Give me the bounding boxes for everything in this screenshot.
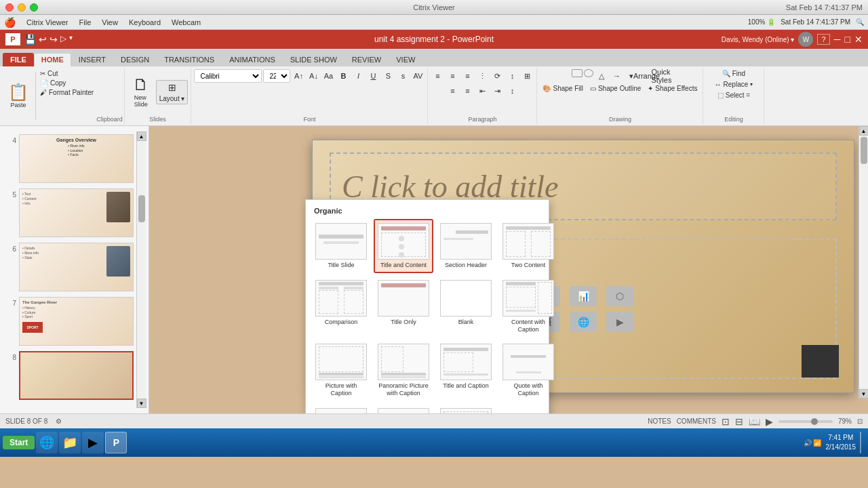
shape-fill-btn[interactable]: 🎨Shape Fill [540,84,585,93]
tab-file[interactable]: FILE [3,53,34,66]
layout-section-header[interactable]: Section Header [436,219,496,273]
font-size-select[interactable]: 22 [263,69,290,83]
shape-effects-btn[interactable]: ✦Shape Effects [645,84,700,93]
tab-design[interactable]: DESIGN [113,53,157,66]
replace-button[interactable]: ↔Replace ▾ [712,80,756,89]
char-spacing-btn[interactable]: AV [411,69,425,83]
slide-scroll-down[interactable]: ▼ [859,389,869,399]
insert-video-icon[interactable]: ▶ [606,312,633,332]
slides-scrollbar[interactable]: ▲ ▼ [136,131,146,408]
layout-two-content[interactable]: Two Content [498,219,558,273]
tab-slideshow[interactable]: SLIDE SHOW [283,53,344,66]
taskbar-powerpoint-icon[interactable]: P [105,432,127,453]
layout-title-content[interactable]: Title and Content [374,219,433,273]
italic-btn[interactable]: I [351,69,365,83]
bullet-btn[interactable]: ≡ [446,84,459,98]
start-button[interactable]: Start [3,436,35,449]
tab-review[interactable]: REVIEW [344,53,389,66]
slide-preview-6[interactable]: • Details• More info• Stats [19,243,134,291]
font-increase-btn[interactable]: A↑ [292,69,305,83]
view-slide-sorter[interactable]: ⊟ [735,416,743,427]
tab-view[interactable]: VIEW [389,53,422,66]
layout-picture-caption[interactable]: Picture with Caption [311,340,371,401]
slide-thumb-7[interactable]: 7 The Ganges River • History• Culture• S… [5,297,134,346]
underline-btn[interactable]: U [366,69,380,83]
shape-oval[interactable] [584,69,593,77]
layout-name-card[interactable]: Name Card [311,404,371,413]
tab-transitions[interactable]: TRANSITIONS [157,53,222,66]
align-text-btn[interactable]: ↕ [505,69,519,83]
numbering-btn[interactable]: ≡ [460,84,474,98]
layout-quote-name[interactable]: Quote Name Card [374,404,433,413]
layout-title-caption[interactable]: Title and Caption [436,340,496,401]
customise-qa-btn[interactable]: ▾ [69,34,73,45]
tab-home[interactable]: HOME [34,53,71,66]
comments-btn[interactable]: COMMENTS [677,418,716,425]
close-button[interactable] [5,3,14,12]
slide-preview-5[interactable]: • Text• Content• Info [19,188,134,237]
shape-outline-btn[interactable]: ▭Shape Outline [587,84,644,93]
slide-preview-4[interactable]: Ganges Overview • River info• Location• … [19,134,134,183]
view-normal[interactable]: ⊡ [722,416,730,427]
slide-preview-8[interactable] [19,351,134,400]
layout-content-caption[interactable]: Content with Caption [498,276,558,338]
citrix-viewer-menu[interactable]: Citrix Viewer [26,18,68,26]
window-restore-btn[interactable]: □ [845,34,850,45]
citrix-view-menu[interactable]: View [102,18,118,26]
avatar-btn[interactable]: W [798,32,813,47]
select-button[interactable]: ⬚Select = [715,91,753,100]
taskbar-ie-icon[interactable]: 🌐 [36,432,58,453]
insert-chart-icon[interactable]: 📊 [570,286,597,306]
insert-online-picture-icon[interactable]: 🌐 [570,312,597,332]
shadow-btn[interactable]: s [396,69,410,83]
slide-thumb-4[interactable]: 4 Ganges Overview • River info• Location… [5,134,134,183]
shape-triangle[interactable]: △ [595,69,608,83]
tab-insert[interactable]: INSERT [71,53,113,66]
ribbon-minimize-btn[interactable]: ─ [834,34,841,45]
cut-button[interactable]: ✂Cut [37,69,96,78]
layout-title-only[interactable]: Title Only [374,276,433,338]
citrix-file-menu[interactable]: File [79,18,92,26]
fit-slide-btn[interactable]: ⊡ [857,418,863,425]
taskbar-folder-icon[interactable]: 📁 [59,432,81,453]
show-desktop-btn[interactable] [860,432,865,453]
format-painter-button[interactable]: 🖌Format Painter [37,88,96,97]
insert-smartart-icon[interactable]: ⬡ [606,286,633,306]
slide-preview-7[interactable]: The Ganges River • History• Culture• Spo… [19,297,134,346]
window-close-btn[interactable]: ✕ [854,34,863,45]
slide-thumb-5[interactable]: 5 • Text• Content• Info [5,188,134,237]
citrix-search[interactable]: 🔍 [856,18,864,26]
layout-quote-caption[interactable]: Quote with Caption [498,340,558,401]
slide-thumb-6[interactable]: 6 • Details• More info• Stats [5,243,134,291]
find-button[interactable]: 🔍Find [719,69,748,78]
bold-btn[interactable]: B [336,69,350,83]
undo-qa-btn[interactable]: ↩ [39,34,47,45]
notes-btn[interactable]: NOTES [648,418,671,425]
columns-btn[interactable]: ⋮ [475,69,489,83]
text-direction-btn[interactable]: ⟳ [490,69,504,83]
font-name-select[interactable]: Calibri [194,69,262,83]
fullscreen-button[interactable] [30,3,38,12]
align-left-btn[interactable]: ≡ [431,69,444,83]
paste-button[interactable]: 📋 Paste [3,69,34,123]
slide-thumb-8[interactable]: 8 [5,351,134,400]
layout-blank[interactable]: Blank [436,276,496,338]
presentation-qa-btn[interactable]: ▷ [60,34,66,45]
tab-animations[interactable]: ANIMATIONS [222,53,283,66]
line-spacing-btn[interactable]: ↕ [505,84,519,98]
zoom-slider[interactable] [778,420,833,423]
strikethrough-btn[interactable]: S [381,69,395,83]
copy-button[interactable]: 📄Copy [37,79,96,87]
help-btn[interactable]: ? [817,34,829,45]
quick-styles-btn[interactable]: QuickStyles [654,69,668,83]
window-controls[interactable] [5,3,38,12]
scroll-up-btn[interactable]: ▲ [137,131,146,141]
slide-scrollbar-v[interactable]: ▲ ▼ [859,126,868,399]
view-reading[interactable]: 📖 [749,416,760,427]
align-center-btn[interactable]: ≡ [446,69,459,83]
taskbar-media-icon[interactable]: ▶ [82,432,104,453]
smartart-btn[interactable]: ⊞ [520,69,534,83]
redo-qa-btn[interactable]: ↪ [50,34,58,45]
layout-true-false[interactable]: True or False [436,404,496,413]
citrix-webcam-menu[interactable]: Webcam [172,18,201,26]
